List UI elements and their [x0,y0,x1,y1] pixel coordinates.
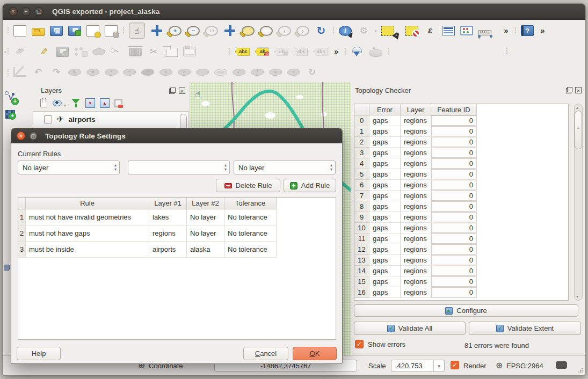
cancel-button[interactable]: Cancel [243,347,288,360]
toggle-editing-button[interactable]: ✎ [38,45,50,58]
statistics-button[interactable] [460,26,473,35]
configure-button[interactable]: Configure [354,304,578,317]
merge-features-button[interactable]: ≡ [269,69,282,76]
digitize-button[interactable] [74,47,87,56]
new-project-button[interactable] [13,25,26,37]
run-feature-action-button[interactable]: ⚙ [357,24,370,37]
new-print-layout-button[interactable] [86,25,99,37]
scale-select[interactable]: .420.753 ▾ [391,360,445,372]
zoom-full-button[interactable] [223,24,236,37]
error-row[interactable]: 6 gaps regions 0 [354,180,568,191]
layer-visibility-checkbox[interactable] [44,115,52,123]
pin-labels-button[interactable]: ab [255,48,269,56]
select-features-button[interactable] [381,26,394,36]
error-row[interactable]: 7 gaps regions 0 [354,191,568,201]
render-checkbox[interactable]: ✓ [451,361,459,369]
save-project-as-button[interactable] [68,26,81,36]
error-table-scrollbar[interactable]: ▴ ▾ [574,104,583,301]
reshape-features-button[interactable] [196,69,209,76]
zoom-native-button[interactable]: 1:1 [205,26,218,36]
measure-button[interactable] [478,30,491,35]
add-part-button[interactable]: * [123,69,136,76]
crs-icon[interactable]: ⊕ [496,360,503,370]
col-layer[interactable]: Layer [401,104,431,115]
paste-features-button[interactable] [183,47,196,56]
deselect-features-button[interactable] [405,26,418,36]
zoom-last-button[interactable]: ‹ [278,26,291,36]
zoom-in-button[interactable]: + [169,26,182,36]
error-row[interactable]: 16 gaps regions 0 [354,287,568,298]
layer-item-airports[interactable]: ✈ airports [33,112,188,127]
messages-icon[interactable] [556,361,567,369]
zoom-to-layer-button[interactable] [260,26,273,36]
error-row[interactable]: 12 gaps regions 0 [354,244,568,255]
error-row[interactable]: 5 gaps regions 0 [354,169,568,180]
pan-map-button[interactable]: ☝ [129,23,145,39]
col-tolerance[interactable]: Tolerance [224,198,277,209]
rule-row[interactable]: 1 must not have invalid geometries lakes… [18,209,336,225]
error-row[interactable]: 0 gaps regions 0 [354,115,568,126]
col-error[interactable]: Error [369,104,401,115]
move-label-button[interactable]: abc [313,48,328,56]
error-row[interactable]: 3 gaps regions 0 [354,148,568,158]
panel-float-icon[interactable] [566,87,572,93]
error-row[interactable]: 2 gaps regions 0 [354,137,568,148]
refresh-map-button[interactable]: ↻ [315,24,328,37]
pan-to-selection-button[interactable] [150,24,163,37]
attribute-table-button[interactable] [442,26,455,35]
merge-attributes-button[interactable]: ~ [287,69,300,76]
toolbar-extension-button[interactable]: » [539,24,546,37]
spinner-icon[interactable]: ▴▾ [114,163,117,172]
window-minimize-button[interactable]: − [21,7,31,16]
ok-button[interactable]: OK [293,347,337,360]
add-ring-button[interactable]: * [105,69,118,76]
save-project-button[interactable] [50,26,63,36]
rule-select[interactable]: ▴▾ [128,161,230,174]
manage-visibility-button[interactable] [52,98,62,108]
col-layer2[interactable]: Layer #2 [187,198,224,209]
cut-features-button[interactable]: ✂ [147,45,160,58]
validate-all-button[interactable]: Validate All [354,322,466,335]
copy-features-button[interactable] [165,48,178,57]
metasearch-button[interactable] [351,47,364,56]
move-feature-button[interactable] [92,48,105,55]
offset-curve-button[interactable] [214,69,227,76]
dialog-close-button[interactable]: × [17,132,25,140]
split-features-button[interactable]: / [233,69,245,76]
col-layer1[interactable]: Layer #1 [149,198,187,209]
panel-close-icon[interactable]: × [575,87,582,93]
current-edits-button[interactable]: ✎✎ [13,45,26,58]
window-maximize-button[interactable]: ▢ [34,7,43,16]
fill-ring-button[interactable]: * [141,69,154,76]
error-row[interactable]: 13 gaps regions 0 [354,255,568,266]
simplify-feature-button[interactable]: ▾ [86,69,99,76]
delete-ring-button[interactable]: × [159,69,172,76]
save-layer-edits-button[interactable] [56,47,69,57]
add-rule-button[interactable]: + Add Rule [284,179,336,192]
toolbar-extension-button[interactable]: » [503,24,510,37]
panel-close-icon[interactable]: × [179,88,185,94]
toolbar-extension-button[interactable]: » [333,45,340,58]
select-by-expression-button[interactable]: ε [424,24,437,37]
remove-layer-button[interactable] [114,99,122,107]
add-raster-layer-button[interactable] [5,110,15,119]
identify-features-button[interactable]: i [339,26,352,36]
error-row[interactable]: 1 gaps regions 0 [354,126,568,137]
layer-a-select[interactable]: No layer ▴▾ [18,161,120,174]
delete-selected-button[interactable] [129,48,142,56]
error-row[interactable]: 10 gaps regions 0 [354,223,568,234]
expand-all-button[interactable]: ▼ [85,98,95,108]
zoom-out-button[interactable]: − [187,26,200,36]
error-row[interactable]: 15 gaps regions 0 [354,276,568,287]
filter-legend-button[interactable] [71,98,81,108]
chevron-down-icon[interactable]: ▾ [433,360,444,371]
labeling-options-button[interactable]: abc [235,48,250,56]
rule-row[interactable]: 3 must be inside airports alaska No tole… [18,242,336,258]
collapse-all-button[interactable]: ▲ [100,98,110,108]
error-row[interactable]: 11 gaps regions 0 [354,234,568,244]
vertex-tool-button[interactable] [111,47,124,56]
delete-rule-button[interactable]: Delete Rule [216,179,280,192]
open-project-button[interactable] [32,28,45,36]
show-errors-toggle[interactable]: ✓ Show errors [355,340,405,348]
help-button[interactable]: Help [17,347,61,360]
